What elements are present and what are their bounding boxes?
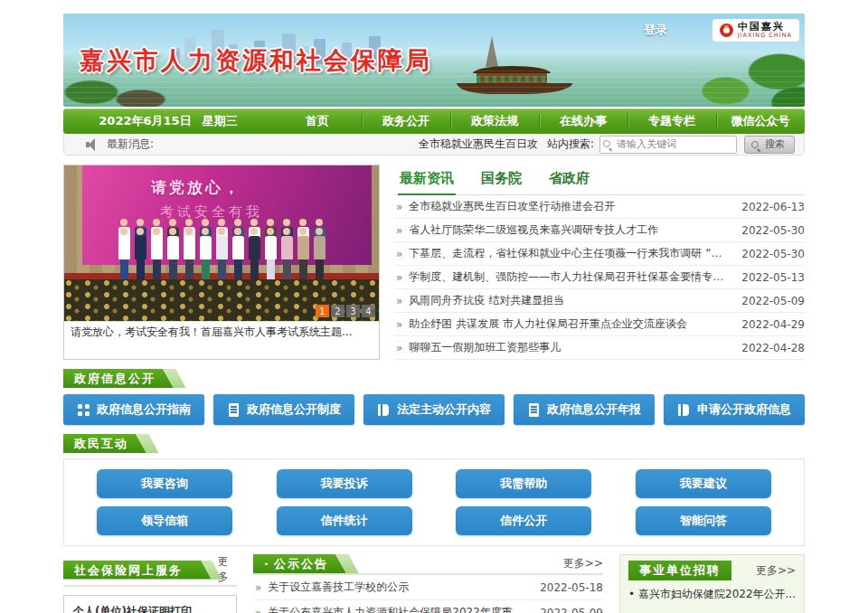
news-item[interactable]: »学制度、建机制、强防控——市人力社保局召开社保基金要情专题学习会2022-05… <box>394 266 805 289</box>
need-help-button[interactable]: 我需帮助 <box>456 469 591 498</box>
info-button-label: 政府信息公开指南 <box>97 401 191 418</box>
news-item[interactable]: »助企纾困 共谋发展 市人力社保局召开重点企业交流座谈会2022-04-29 <box>394 313 805 336</box>
news-title[interactable]: 全市稳就业惠民生百日攻坚行动推进会召开 <box>409 199 732 214</box>
bullet-icon: • <box>628 588 635 600</box>
news-title[interactable]: 助企纾困 共谋发展 市人力社保局召开重点企业交流座谈会 <box>409 316 732 332</box>
header-banner: 嘉兴市人力资源和社会保障局 登录 中国嘉兴JIAXING CHINA <box>63 14 805 107</box>
search-input[interactable] <box>599 136 737 154</box>
ticker-label: 最新消息: <box>107 137 154 152</box>
arrow-icon: » <box>396 342 402 354</box>
recruitment-item[interactable]: •2022年嘉兴市属事业单位公开... <box>628 608 796 613</box>
info-statutory-button[interactable]: 法定主动公开内容 <box>363 394 505 425</box>
nav-item-special-topics[interactable]: 专题专栏 <box>627 108 716 134</box>
news-item[interactable]: »下基层、走流程，省社保和就业中心主任项薇一行来我市调研 “国统” 上线情况20… <box>394 242 805 266</box>
book-icon <box>377 403 391 417</box>
news-item[interactable]: »聊聊五一假期加班工资那些事儿2022-04-28 <box>394 336 805 360</box>
tab-state-council[interactable]: 国务院 <box>479 168 524 194</box>
social-insurance-header: 社会保险网上服务大厅 更多 <box>63 554 237 587</box>
nav-item-online-services[interactable]: 在线办事 <box>539 108 627 134</box>
slideshow-caption[interactable]: 请党放心，考试安全有我！首届嘉兴市人事考试系统主题... <box>64 321 379 342</box>
info-button-label: 政府信息公开年报 <box>547 401 641 418</box>
letter-statistics-button[interactable]: 信件统计 <box>277 506 412 535</box>
grid-icon <box>77 403 90 417</box>
section-title: 社会保险网上服务大厅 <box>63 561 212 580</box>
more-link[interactable]: 更多>> <box>563 556 603 571</box>
letter-disclosure-button[interactable]: 信件公开 <box>456 506 591 535</box>
more-link[interactable]: 更多>> <box>756 563 796 579</box>
news-date: 2022-06-13 <box>741 201 805 213</box>
search-button-label: 搜索 <box>765 137 785 151</box>
news-title[interactable]: 风雨同舟齐抗疫 结对共建显担当 <box>409 293 732 308</box>
recruitment-title[interactable]: 嘉兴市妇幼保健院2022年公开... <box>638 587 796 602</box>
news-title[interactable]: 省人社厅陈荣华二级巡视员来嘉兴调研专技人才工作 <box>409 222 732 238</box>
pager-button-4[interactable]: 4 <box>362 305 375 317</box>
info-disclosure-header: 政府信息公开 <box>63 369 805 388</box>
site-title: 嘉兴市人力资源和社会保障局 <box>80 44 432 77</box>
recruitment-header: 事业单位招聘 更多>> <box>628 561 796 580</box>
photo-overlay-text-1: 请党放心， <box>151 177 241 198</box>
news-item[interactable]: »风雨同舟齐抗疫 结对共建显担当2022-05-09 <box>394 289 805 313</box>
bottom-row: 社会保险网上服务大厅 更多 个人(单位)社保证明打印 办事指南 ·公示公告 更多… <box>63 554 805 613</box>
service-item-certificate-print[interactable]: 个人(单位)社保证明打印 <box>63 595 237 613</box>
leader-mailbox-button[interactable]: 领导信箱 <box>97 506 232 535</box>
announcement-title[interactable]: 关于设立嘉善技工学校的公示 <box>268 580 531 595</box>
arrow-icon: » <box>255 581 261 594</box>
ticker-scrolling-text[interactable]: 全市稳就业惠民生百日攻 <box>419 137 538 152</box>
news-item[interactable]: »全市稳就业惠民生百日攻坚行动推进会召开2022-06-13 <box>394 195 805 219</box>
document-icon <box>527 403 541 417</box>
page: 嘉兴市人力资源和社会保障局 登录 中国嘉兴JIAXING CHINA 2022年… <box>63 14 805 613</box>
announcement-date: 2022-05-09 <box>540 607 603 613</box>
info-system-button[interactable]: 政府信息公开制度 <box>213 394 354 425</box>
news-title[interactable]: 下基层、走流程，省社保和就业中心主任项薇一行来我市调研 “国统” 上线情况 <box>409 246 732 261</box>
news-date: 2022-05-13 <box>741 271 805 284</box>
suggestion-button[interactable]: 我要建议 <box>636 469 771 498</box>
tab-provincial-gov[interactable]: 省政府 <box>547 168 591 194</box>
consult-button[interactable]: 我要咨询 <box>97 469 232 498</box>
pager-button-2[interactable]: 2 <box>331 305 344 317</box>
news-panel: 最新资讯 国务院 省政府 »全市稳就业惠民生百日攻坚行动推进会召开2022-06… <box>394 165 805 360</box>
announcement-item[interactable]: »关于公布嘉兴市人力资源和社会保障局2022年度重大行政决策事...2022-0… <box>253 600 603 613</box>
info-apply-button[interactable]: 申请公开政府信息 <box>664 394 805 425</box>
jiaxing-logo[interactable]: 中国嘉兴JIAXING CHINA <box>712 19 799 42</box>
pager-button-3[interactable]: 3 <box>346 305 360 317</box>
speaker-icon <box>86 138 99 150</box>
nav-item-home[interactable]: 首页 <box>273 108 362 134</box>
news-date: 2022-04-29 <box>741 318 805 331</box>
news-date: 2022-05-30 <box>741 248 805 260</box>
arrow-icon: » <box>396 318 402 331</box>
photo-slideshow[interactable]: 请党放心， 考试安全有我 1 2 3 4 请党放心，考试安全有我！首届嘉兴市人事… <box>63 165 380 360</box>
news-list: »全市稳就业惠民生百日攻坚行动推进会召开2022-06-13 »省人社厅陈荣华二… <box>394 195 805 360</box>
arrow-icon: » <box>396 201 402 213</box>
tab-latest-news[interactable]: 最新资讯 <box>398 168 456 195</box>
news-title[interactable]: 学制度、建机制、强防控——市人力社保局召开社保基金要情专题学习会 <box>409 269 732 285</box>
announcement-item[interactable]: »关于设立嘉善技工学校的公示2022-05-18 <box>253 575 603 600</box>
nav-date: 2022年6月15日 星期三 <box>63 108 273 134</box>
announcement-list: »关于设立嘉善技工学校的公示2022-05-18 »关于公布嘉兴市人力资源和社会… <box>253 575 603 613</box>
social-insurance-panel: 社会保险网上服务大厅 更多 个人(单位)社保证明打印 办事指南 <box>63 554 237 613</box>
nav-item-wechat[interactable]: 微信公众号 <box>716 108 805 134</box>
main-content-row: 请党放心， 考试安全有我 1 2 3 4 请党放心，考试安全有我！首届嘉兴市人事… <box>63 165 805 360</box>
nav-item-gov-affairs[interactable]: 政务公开 <box>362 108 450 134</box>
login-link[interactable]: 登录 <box>644 22 667 38</box>
smart-qa-button[interactable]: 智能问答 <box>636 506 771 535</box>
slideshow-photo[interactable]: 请党放心， 考试安全有我 1 2 3 4 <box>64 165 379 321</box>
info-button-label: 申请公开政府信息 <box>697 401 791 418</box>
info-button-label: 法定主动公开内容 <box>397 401 491 418</box>
arrow-icon: » <box>396 224 402 237</box>
news-tabs: 最新资讯 国务院 省政府 <box>394 165 805 195</box>
pager-button-1[interactable]: 1 <box>316 305 329 317</box>
nav-item-policies[interactable]: 政策法规 <box>450 108 539 134</box>
announcement-date: 2022-05-18 <box>540 581 603 594</box>
complaint-button[interactable]: 我要投诉 <box>277 469 412 498</box>
search-input-wrap <box>599 136 737 154</box>
search-button[interactable]: 搜索 <box>744 136 795 154</box>
interaction-section: 政民互动 我要咨询 我要投诉 我需帮助 我要建议 领导信箱 信件统计 信件公开 … <box>63 434 805 546</box>
info-annual-report-button[interactable]: 政府信息公开年报 <box>514 394 655 425</box>
section-title: ·公示公告 <box>253 554 346 573</box>
info-guide-button[interactable]: 政府信息公开指南 <box>63 394 204 425</box>
announcement-title[interactable]: 关于公布嘉兴市人力资源和社会保障局2022年度重大行政决策事... <box>268 605 531 613</box>
news-title[interactable]: 聊聊五一假期加班工资那些事儿 <box>409 340 732 355</box>
news-item[interactable]: »省人社厅陈荣华二级巡视员来嘉兴调研专技人才工作2022-05-30 <box>394 219 805 242</box>
more-link[interactable]: 更多 <box>217 554 237 585</box>
recruitment-item[interactable]: •嘉兴市妇幼保健院2022年公开... <box>628 580 796 608</box>
